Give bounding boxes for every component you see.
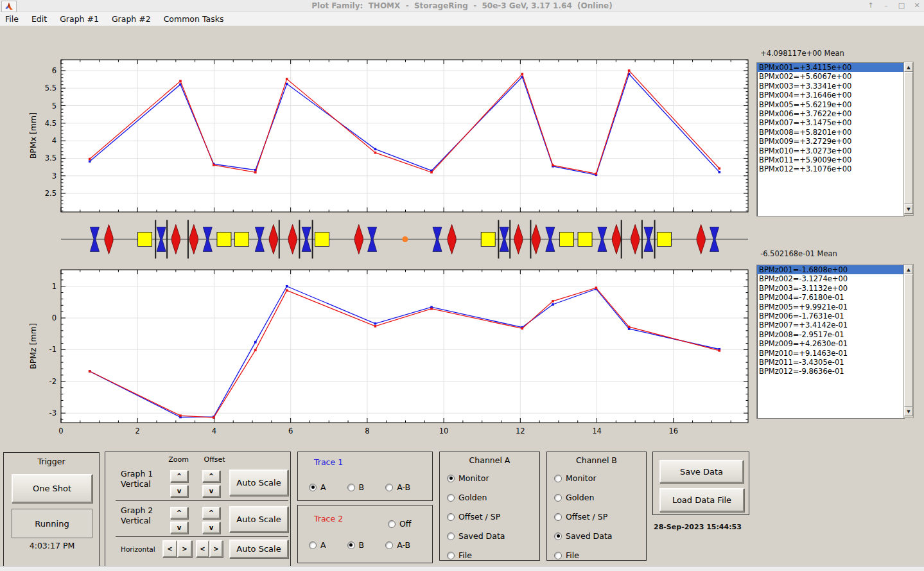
graph2-auto-scale-button[interactable]: Auto Scale xyxy=(229,506,288,532)
list-item[interactable]: BPMz012=-9.8636e-01 xyxy=(757,367,904,376)
list-item[interactable]: BPMx010=+3.0273e+00 xyxy=(757,146,904,155)
list-item[interactable]: BPMz007=+3.4142e-01 xyxy=(757,321,904,329)
graph1-zoom-up-button[interactable]: ^ xyxy=(170,470,188,482)
list-item[interactable]: BPMz001=-1.6808e+00 xyxy=(757,265,904,274)
list-item[interactable]: BPMz004=-7.6180e-01 xyxy=(757,293,904,302)
horizontal-offset-right-button[interactable]: > xyxy=(209,540,223,558)
radio-icon[interactable] xyxy=(554,513,562,521)
menu-graph-1[interactable]: Graph #1 xyxy=(60,14,99,24)
graph2-offset-up-button[interactable]: ^ xyxy=(202,507,220,519)
radio-icon[interactable] xyxy=(554,475,562,482)
horizontal-auto-scale-button[interactable]: Auto Scale xyxy=(229,540,288,558)
menu-edit[interactable]: Edit xyxy=(31,14,47,24)
scrollbar-thumb[interactable] xyxy=(904,72,913,204)
radio-icon[interactable] xyxy=(554,494,562,502)
scroll-up-icon[interactable]: ▲ xyxy=(904,265,913,274)
scroll-down-icon[interactable]: ▼ xyxy=(904,204,913,214)
list-item[interactable]: BPMx008=+5.8201e+00 xyxy=(757,128,904,137)
bpmz-listbox[interactable]: BPMz001=-1.6808e+00BPMz002=-3.1274e+00BP… xyxy=(756,265,905,419)
radio-icon[interactable] xyxy=(309,484,317,491)
list-item[interactable]: BPMx012=+3.1076e+00 xyxy=(757,164,904,173)
status-strip xyxy=(0,566,924,571)
trace2-option-a[interactable]: A xyxy=(309,540,326,550)
graph2-zoom-up-button[interactable]: ^ xyxy=(170,507,188,519)
radio-icon[interactable] xyxy=(447,532,455,540)
list-item[interactable]: BPMx007=+3.1475e+00 xyxy=(757,118,904,127)
channel-a-option-saved-data[interactable]: Saved Data xyxy=(447,531,505,541)
channel-b-option-offset-sp[interactable]: Offset / SP xyxy=(554,512,612,522)
list-item[interactable]: BPMz003=-3.1132e+00 xyxy=(757,284,904,293)
scroll-up-icon[interactable]: ▲ xyxy=(904,62,913,72)
radio-label: Monitor xyxy=(458,473,489,483)
window-restore-icon[interactable]: ↑ xyxy=(865,1,876,11)
trace2-title: Trace 2 xyxy=(314,514,343,523)
list-item[interactable]: BPMx005=+5.6219e+00 xyxy=(757,100,904,109)
scroll-down-icon[interactable]: ▼ xyxy=(904,407,913,416)
radio-icon[interactable] xyxy=(554,532,562,540)
list-item[interactable]: BPMx006=+3.7622e+00 xyxy=(757,109,904,118)
horizontal-offset-left-button[interactable]: < xyxy=(196,540,209,558)
graph1-zoom-down-button[interactable]: v xyxy=(170,485,188,497)
radio-icon[interactable] xyxy=(385,541,393,549)
list-item[interactable]: BPMz008=-2.9517e-01 xyxy=(757,330,904,339)
trace1-option-a[interactable]: A xyxy=(309,482,326,492)
menu-common-tasks[interactable]: Common Tasks xyxy=(164,14,224,24)
bpmx-scrollbar[interactable]: ▲ ▼ xyxy=(903,62,914,216)
menu-file[interactable]: File xyxy=(5,14,19,24)
running-button[interactable]: Running xyxy=(12,509,92,538)
list-item[interactable]: BPMx001=+3.4115e+00 xyxy=(757,63,904,72)
channel-b-title: Channel B xyxy=(547,455,646,465)
graph1-offset-up-button[interactable]: ^ xyxy=(202,470,220,482)
channel-b-option-monitor[interactable]: Monitor xyxy=(554,473,612,483)
graph1-offset-down-button[interactable]: v xyxy=(202,485,220,497)
window-maximize-icon[interactable]: □ xyxy=(896,1,907,11)
list-item[interactable]: BPMx002=+5.6067e+00 xyxy=(757,72,904,81)
list-item[interactable]: BPMx009=+3.2729e+00 xyxy=(757,137,904,146)
window-minimize-icon[interactable]: – xyxy=(880,1,892,11)
trace2-option-b[interactable]: B xyxy=(347,540,365,550)
channel-a-option-monitor[interactable]: Monitor xyxy=(447,473,505,483)
channel-b-option-file[interactable]: File xyxy=(554,550,612,560)
bpmz-scrollbar[interactable]: ▲ ▼ xyxy=(903,264,914,418)
radio-icon[interactable] xyxy=(347,541,355,549)
list-item[interactable]: BPMx011=+5.9009e+00 xyxy=(757,155,904,164)
trace2-option-off[interactable]: Off xyxy=(388,519,411,529)
radio-icon[interactable] xyxy=(447,475,455,482)
trace2-option-a-b[interactable]: A-B xyxy=(385,540,410,550)
list-item[interactable]: BPMx004=+3.1646e+00 xyxy=(757,91,904,100)
channel-b-option-saved-data[interactable]: Saved Data xyxy=(554,531,612,541)
list-item[interactable]: BPMz002=-3.1274e+00 xyxy=(757,274,904,283)
radio-icon[interactable] xyxy=(388,520,396,528)
radio-icon[interactable] xyxy=(309,541,317,549)
save-data-button[interactable]: Save Data xyxy=(659,460,744,483)
list-item[interactable]: BPMz010=+9.1463e-01 xyxy=(757,349,904,358)
radio-icon[interactable] xyxy=(447,513,455,521)
bpmx-listbox[interactable]: BPMx001=+3.4115e+00BPMx002=+5.6067e+00BP… xyxy=(756,62,905,216)
list-item[interactable]: BPMz006=-1.7631e-01 xyxy=(757,312,904,321)
radio-icon[interactable] xyxy=(385,484,393,491)
scrollbar-thumb[interactable] xyxy=(904,274,913,407)
channel-a-option-offset-sp[interactable]: Offset / SP xyxy=(447,512,505,522)
trace1-option-a-b[interactable]: A-B xyxy=(385,482,410,492)
graph2-offset-down-button[interactable]: v xyxy=(202,522,220,534)
list-item[interactable]: BPMz011=-3.4305e-01 xyxy=(757,358,904,367)
radio-icon[interactable] xyxy=(554,552,562,559)
one-shot-button[interactable]: One Shot xyxy=(12,474,92,503)
radio-icon[interactable] xyxy=(447,494,455,502)
radio-icon[interactable] xyxy=(347,484,355,491)
window-close-icon[interactable]: ✕ xyxy=(911,1,923,11)
menu-graph-2[interactable]: Graph #2 xyxy=(112,14,151,24)
horizontal-zoom-left-button[interactable]: < xyxy=(162,540,177,558)
channel-b-option-golden[interactable]: Golden xyxy=(554,493,612,502)
horizontal-zoom-right-button[interactable]: > xyxy=(177,540,192,558)
list-item[interactable]: BPMz009=+4.2630e-01 xyxy=(757,339,904,348)
list-item[interactable]: BPMx003=+3.3341e+00 xyxy=(757,82,904,91)
radio-icon[interactable] xyxy=(447,552,455,559)
graph1-auto-scale-button[interactable]: Auto Scale xyxy=(229,470,288,496)
list-item[interactable]: BPMz005=+9.9921e-01 xyxy=(757,303,904,312)
channel-a-option-file[interactable]: File xyxy=(447,550,505,560)
trace1-option-b[interactable]: B xyxy=(347,482,365,492)
channel-a-option-golden[interactable]: Golden xyxy=(447,493,505,502)
graph2-zoom-down-button[interactable]: v xyxy=(170,522,188,534)
load-data-file-button[interactable]: Load Data File xyxy=(659,488,744,512)
